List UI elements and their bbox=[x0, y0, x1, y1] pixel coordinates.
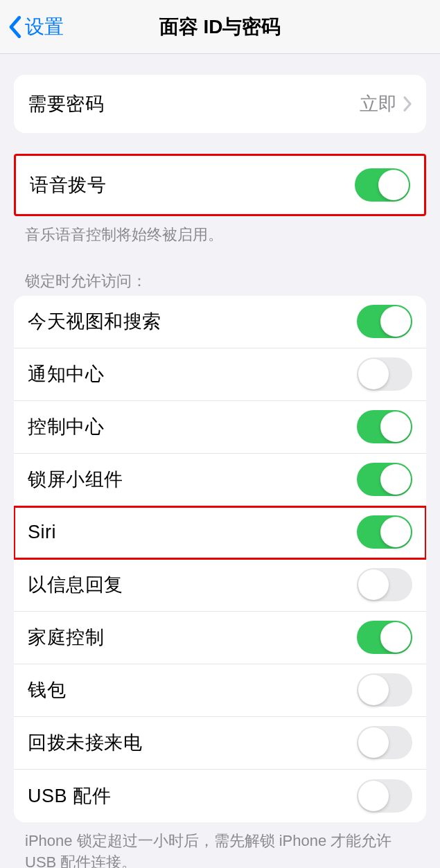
row-lock-item: USB 配件 bbox=[14, 770, 426, 822]
lock-item-toggle[interactable] bbox=[357, 357, 412, 391]
toggle-knob bbox=[380, 622, 411, 653]
row-label: USB 配件 bbox=[28, 783, 111, 808]
toggle-knob bbox=[380, 306, 411, 337]
toggle-knob bbox=[358, 675, 389, 705]
row-lock-item: 今天视图和搜索 bbox=[14, 296, 426, 348]
toggle-knob bbox=[378, 170, 409, 200]
toggle-knob bbox=[380, 411, 411, 442]
lock-item-toggle[interactable] bbox=[357, 621, 412, 654]
lock-item-toggle[interactable] bbox=[357, 673, 412, 707]
navigation-bar: 设置 面容 ID与密码 bbox=[0, 0, 440, 54]
toggle-knob bbox=[358, 727, 389, 758]
row-label: 回拨未接来电 bbox=[28, 730, 142, 755]
row-label: 需要密码 bbox=[28, 91, 104, 116]
group-passcode: 需要密码 立即 bbox=[14, 75, 426, 133]
row-label: 以信息回复 bbox=[28, 572, 123, 597]
row-voice-dial: 语音拨号 bbox=[16, 156, 424, 214]
row-label: 家庭控制 bbox=[28, 625, 104, 650]
lock-item-toggle[interactable] bbox=[357, 463, 412, 496]
toggle-knob bbox=[358, 781, 389, 811]
row-lock-item: 回拨未接来电 bbox=[14, 717, 426, 770]
chevron-right-icon bbox=[403, 96, 412, 112]
back-label: 设置 bbox=[25, 14, 64, 40]
row-lock-item: 以信息回复 bbox=[14, 559, 426, 612]
row-label: 控制中心 bbox=[28, 414, 104, 439]
usb-footer: iPhone 锁定超过一小时后，需先解锁 iPhone 才能允许USB 配件连接… bbox=[0, 822, 440, 868]
row-lock-item: 钱包 bbox=[14, 664, 426, 717]
row-label: 锁屏小组件 bbox=[28, 467, 123, 492]
page-title: 面容 ID与密码 bbox=[159, 14, 281, 40]
back-button[interactable]: 设置 bbox=[7, 14, 64, 40]
row-value: 立即 bbox=[360, 91, 397, 116]
toggle-knob bbox=[380, 517, 411, 547]
content: 需要密码 立即 语音拨号 音乐语音控制将始终被启用。 锁定时允许访问： 今天视图… bbox=[0, 75, 440, 868]
row-label: 通知中心 bbox=[28, 362, 104, 387]
lock-item-toggle[interactable] bbox=[357, 515, 412, 549]
voice-dial-toggle[interactable] bbox=[355, 168, 410, 202]
lock-item-toggle[interactable] bbox=[357, 779, 412, 813]
row-lock-item: Siri bbox=[14, 506, 426, 559]
row-label: 钱包 bbox=[28, 677, 66, 702]
group-lock-access: 今天视图和搜索通知中心控制中心锁屏小组件Siri以信息回复家庭控制钱包回拨未接来… bbox=[14, 296, 426, 822]
voice-dial-footer: 音乐语音控制将始终被启用。 bbox=[0, 216, 440, 246]
row-lock-item: 通知中心 bbox=[14, 348, 426, 401]
toggle-knob bbox=[358, 569, 389, 600]
row-require-passcode[interactable]: 需要密码 立即 bbox=[14, 75, 426, 133]
row-label: Siri bbox=[28, 522, 56, 543]
group-voice-dial: 语音拨号 bbox=[14, 154, 426, 216]
chevron-left-icon bbox=[7, 15, 22, 39]
row-lock-item: 家庭控制 bbox=[14, 612, 426, 664]
row-lock-item: 锁屏小组件 bbox=[14, 454, 426, 506]
row-value-container: 立即 bbox=[360, 91, 412, 116]
lock-access-header: 锁定时允许访问： bbox=[0, 246, 440, 296]
row-label: 语音拨号 bbox=[30, 172, 106, 197]
row-lock-item: 控制中心 bbox=[14, 401, 426, 454]
lock-item-toggle[interactable] bbox=[357, 726, 412, 759]
row-label: 今天视图和搜索 bbox=[28, 309, 161, 334]
toggle-knob bbox=[380, 464, 411, 495]
lock-item-toggle[interactable] bbox=[357, 305, 412, 338]
lock-item-toggle[interactable] bbox=[357, 568, 412, 601]
lock-item-toggle[interactable] bbox=[357, 410, 412, 443]
toggle-knob bbox=[358, 359, 389, 389]
